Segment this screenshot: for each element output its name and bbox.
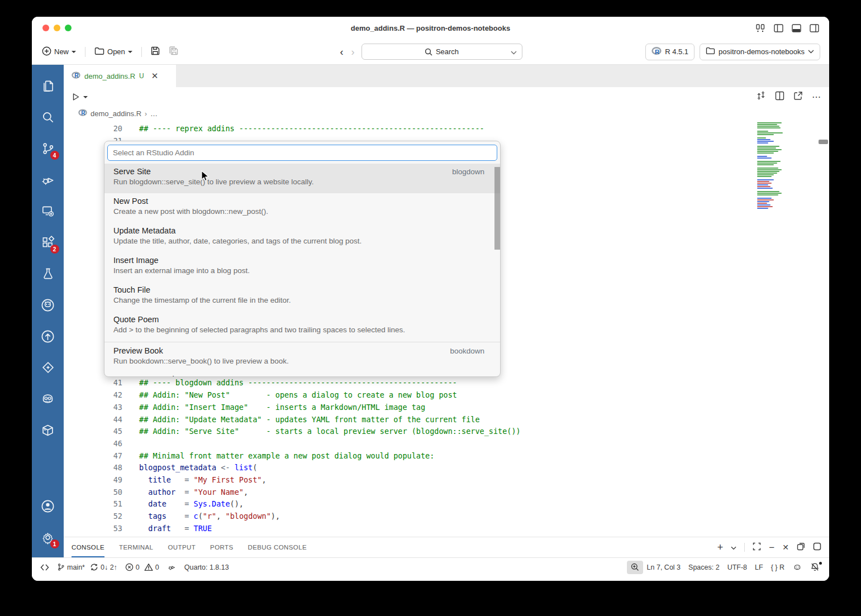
tab-output[interactable]: OUTPUT [168, 537, 196, 557]
sidebar-item-source-control[interactable]: 4 [35, 133, 61, 164]
notifications-status[interactable] [806, 561, 824, 574]
restore-panel-icon[interactable] [797, 542, 805, 553]
toggle-panel-icon[interactable] [792, 24, 801, 32]
save-icon[interactable] [149, 46, 162, 58]
sidebar-item-explorer[interactable] [35, 70, 61, 102]
extensions-badge: 2 [50, 245, 59, 254]
code-line: 42## Addin: "New Post" - opens a dialog … [64, 389, 829, 402]
new-button[interactable]: New [40, 44, 78, 60]
zoom-in-icon [631, 563, 639, 571]
sidebar-item-publish[interactable] [35, 321, 61, 352]
tab-terminal[interactable]: TERMINAL [119, 537, 153, 557]
save-all-icon[interactable] [167, 46, 180, 58]
indentation[interactable]: Spaces: 2 [684, 561, 724, 574]
close-panel-icon[interactable]: ✕ [782, 543, 789, 552]
more-actions-icon[interactable]: ⋯ [812, 92, 821, 102]
panel-layout-icon[interactable] [813, 542, 821, 553]
minimap-line [757, 134, 774, 135]
quarto-status[interactable]: Quarto: 1.8.13 [180, 561, 233, 574]
encoding[interactable]: UTF-8 [724, 561, 751, 574]
line-number: 51 [64, 498, 122, 510]
breadcrumb-symbol[interactable]: … [150, 109, 158, 118]
sidebar-item-run-debug[interactable] [35, 164, 61, 195]
quickpick-input[interactable] [107, 145, 497, 161]
toggle-sidebar-icon[interactable] [774, 24, 783, 32]
quickpick-item[interactable]: Preview BookbookdownRun bookdown::serve_… [104, 343, 500, 373]
breadcrumb-file[interactable]: demo_addins.R [91, 109, 141, 118]
minimap-line [757, 188, 773, 189]
close-window-button[interactable] [42, 25, 49, 31]
chevron-down-icon[interactable] [511, 48, 517, 56]
sidebar-item-settings[interactable]: 1 [35, 522, 61, 553]
debug-status[interactable] [163, 561, 180, 574]
customize-layout-icon[interactable] [756, 24, 765, 32]
open-changes-icon[interactable] [756, 90, 766, 103]
folder-icon [94, 47, 104, 57]
code-line: 20## ---- reprex addins ----------------… [64, 123, 829, 135]
quickpick-item-label: Quote Poem [113, 315, 159, 324]
minimap-line [757, 139, 770, 140]
eol-sequence[interactable]: LF [751, 561, 767, 574]
sidebar-item-testing[interactable] [35, 258, 61, 289]
minimap-line [757, 206, 773, 207]
minimap-line [757, 181, 769, 182]
sidebar-item-copilot[interactable] [35, 383, 61, 414]
navigate-forward-icon[interactable]: › [350, 47, 356, 57]
git-branch-status[interactable]: main* 0↓ 2↑ [53, 561, 121, 574]
tab-ports[interactable]: PORTS [210, 537, 233, 557]
close-icon[interactable]: ✕ [151, 71, 159, 81]
line-number: 42 [64, 389, 122, 402]
interpreter-selector[interactable]: R R 4.5.1 [645, 44, 694, 60]
quickpick-item[interactable]: Touch FileChange the timestamp of the cu… [104, 282, 500, 312]
workspace-selector[interactable]: positron-demos-notebooks [700, 44, 820, 60]
tab-debug-console[interactable]: DEBUG CONSOLE [248, 537, 307, 557]
remote-indicator[interactable] [36, 561, 53, 574]
problems-status[interactable]: 0 0 [121, 561, 163, 574]
split-editor-icon[interactable] [775, 91, 784, 103]
sidebar-item-packages[interactable] [35, 414, 61, 446]
chevron-down-icon[interactable] [731, 542, 736, 552]
minimize-window-button[interactable] [54, 25, 60, 31]
quickpick-item[interactable]: Input LaTeX Math [104, 373, 500, 377]
quickpick-item[interactable]: Update MetadataUpdate the title, author,… [104, 223, 500, 252]
quickpick-scrollbar[interactable] [494, 167, 500, 250]
quickpick-item-tag: bookdown [450, 347, 491, 355]
open-external-icon[interactable] [793, 91, 803, 103]
sidebar-item-sessions[interactable] [35, 195, 61, 227]
minimap[interactable] [757, 122, 805, 209]
quickpick-item[interactable]: Insert ImageInsert an external image int… [104, 252, 500, 282]
search-placeholder: Search [436, 47, 459, 56]
navigate-back-icon[interactable]: ‹ [339, 47, 345, 57]
open-button[interactable]: Open [92, 45, 135, 59]
toggle-secondary-sidebar-icon[interactable] [810, 24, 819, 32]
minimap-line [757, 179, 774, 180]
zoom-status[interactable] [627, 561, 643, 574]
code-line: 46 [64, 438, 829, 450]
zoom-window-button[interactable] [65, 25, 72, 31]
sidebar-item-search[interactable] [35, 102, 61, 133]
cursor-position[interactable]: Ln 7, Col 3 [643, 561, 684, 574]
sidebar-item-assistant[interactable] [35, 352, 61, 383]
sidebar-item-account[interactable] [35, 490, 61, 522]
copilot-status[interactable] [788, 561, 806, 574]
quickpick-item[interactable]: Quote PoemAdd > to the beginning of sele… [104, 312, 500, 341]
minimap-line [757, 173, 777, 174]
sidebar-item-github[interactable] [35, 289, 61, 321]
tab-demo-addins[interactable]: R demo_addins.R U ✕ [64, 65, 176, 87]
run-button[interactable] [72, 93, 88, 101]
new-console-icon[interactable]: + [717, 542, 724, 552]
code-line: 44## Addin: "Update Metadata" - updates … [64, 414, 829, 426]
search-icon [41, 110, 55, 125]
quickpick-item[interactable]: Serve SiteblogdownRun blogdown::serve_si… [104, 164, 500, 193]
sidebar-item-extensions[interactable]: 2 [35, 227, 61, 258]
breadcrumb[interactable]: R demo_addins.R › … [64, 106, 829, 121]
minimize-panel-icon[interactable]: − [769, 543, 774, 552]
quickpick-item[interactable]: New PostCreate a new post with blogdown:… [104, 193, 500, 223]
tab-console[interactable]: CONSOLE [72, 537, 104, 557]
language-mode[interactable]: { } R [767, 561, 788, 574]
minimap-line [757, 156, 767, 157]
editor-scrollbar-handle[interactable] [819, 140, 828, 144]
minimap-line [757, 184, 768, 185]
search-box[interactable]: Search [361, 44, 522, 60]
maximize-panel-icon[interactable] [753, 542, 761, 553]
